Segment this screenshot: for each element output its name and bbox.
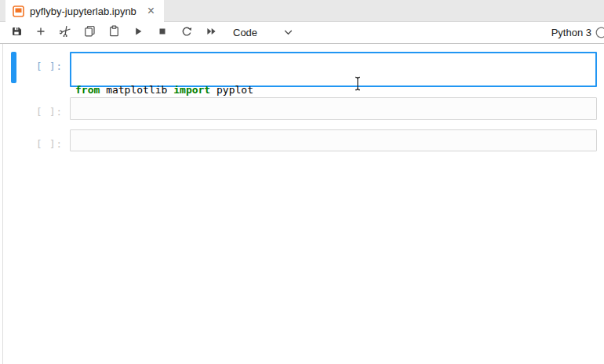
code-cell-1: [ ]: from matplotlib import pyplot: [20, 52, 597, 87]
chevron-down-icon: [284, 30, 293, 35]
plus-icon: [35, 26, 46, 40]
code-token: pyplot: [210, 84, 253, 96]
code-token: import: [173, 84, 210, 96]
refresh-icon: [181, 26, 192, 40]
copy-icon: [84, 25, 96, 40]
code-cell-3: [ ]:: [20, 129, 597, 151]
interrupt-kernel-button[interactable]: [152, 24, 173, 42]
cell-type-value: Code: [233, 27, 257, 38]
cell-prompt[interactable]: [ ]:: [20, 52, 70, 87]
paste-icon: [108, 25, 120, 40]
scissors-icon: [60, 25, 71, 40]
cell-prompt[interactable]: [ ]:: [20, 129, 70, 151]
insert-cell-button[interactable]: [31, 24, 51, 42]
code-cell-editor[interactable]: pyplot.plot(np.sin(np.arange(0, 10, 0.1)…: [70, 97, 597, 120]
save-icon: [11, 26, 22, 40]
cut-cells-button[interactable]: [55, 24, 75, 42]
copy-cells-button[interactable]: [79, 24, 100, 42]
kernel-status[interactable]: Python 3: [551, 27, 604, 38]
jupyterlab-window: pyflyby-jupyterlab.ipynb ×: [0, 0, 604, 364]
close-icon[interactable]: ×: [147, 5, 155, 16]
tab-title: pyflyby-jupyterlab.ipynb: [30, 5, 136, 17]
code-token: matplotlib: [100, 84, 173, 96]
stop-icon: [157, 26, 168, 40]
paste-cells-button[interactable]: [104, 24, 124, 42]
code-token: from: [75, 84, 100, 96]
restart-kernel-button[interactable]: [176, 24, 197, 42]
notebook-panel: [ ]: from matplotlib import pyplot [ ]: …: [0, 44, 604, 364]
tab-notebook[interactable]: pyflyby-jupyterlab.ipynb ×: [5, 0, 164, 22]
code-cell-editor[interactable]: [70, 129, 597, 151]
code-cell-editor[interactable]: from matplotlib import pyplot: [70, 52, 597, 87]
kernel-name: Python 3: [551, 27, 591, 38]
play-icon: [133, 26, 144, 40]
run-all-button[interactable]: [201, 24, 221, 42]
notebook-icon: [13, 5, 24, 17]
cell-prompt[interactable]: [ ]:: [20, 97, 70, 120]
save-button[interactable]: [6, 24, 27, 42]
fast-forward-icon: [206, 26, 217, 40]
tab-bar: pyflyby-jupyterlab.ipynb ×: [0, 0, 604, 22]
code-cell-2: [ ]: pyplot.plot(np.sin(np.arange(0, 10,…: [20, 97, 597, 120]
kernel-idle-icon: [595, 27, 604, 38]
run-cell-button[interactable]: [128, 24, 148, 42]
notebook-toolbar: Code Python 3: [0, 22, 604, 44]
cell-type-dropdown[interactable]: Code: [225, 27, 293, 38]
active-cell-indicator[interactable]: [11, 52, 16, 83]
